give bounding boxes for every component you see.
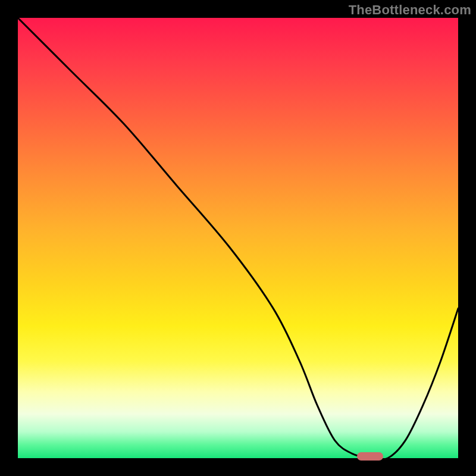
- watermark-text: TheBottleneck.com: [349, 2, 471, 18]
- bottleneck-curve: [18, 18, 458, 458]
- sweet-spot-marker: [357, 452, 383, 461]
- chart-frame: TheBottleneck.com: [0, 0, 476, 476]
